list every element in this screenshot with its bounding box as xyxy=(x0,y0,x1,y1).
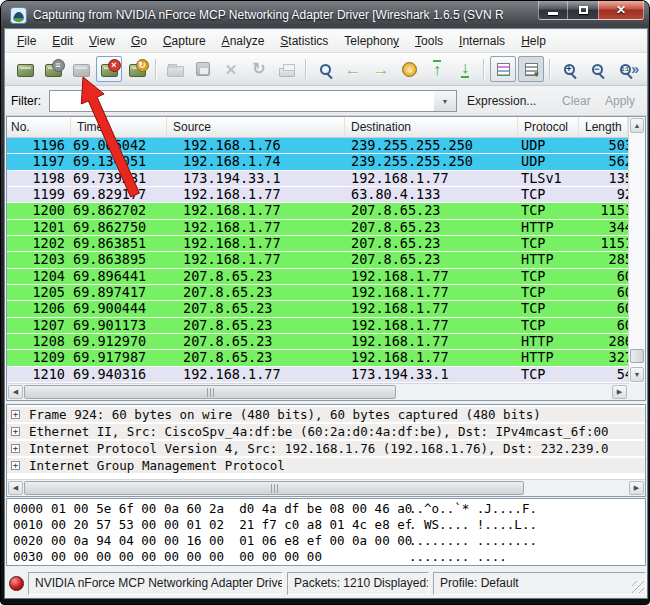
filter-input[interactable] xyxy=(49,90,435,112)
toolbar-button xyxy=(155,59,157,79)
maximize-icon xyxy=(579,6,588,14)
packet-row[interactable]: 1210 69.940316 192.168.1.77 173.194.33.1… xyxy=(7,367,628,383)
restart-capture-icon[interactable] xyxy=(124,56,150,82)
menu-tools[interactable]: Tools xyxy=(407,30,451,52)
menu-edit[interactable]: Edit xyxy=(44,30,81,52)
resize-grip[interactable] xyxy=(632,581,644,593)
print-icon[interactable] xyxy=(274,56,300,82)
packet-row[interactable]: 1207 69.901173 207.8.65.23 192.168.1.77 … xyxy=(7,318,628,334)
detail-row[interactable]: + Frame 924: 60 bytes on wire (480 bits)… xyxy=(7,407,645,422)
wireshark-window: Capturing from NVIDIA nForce MCP Network… xyxy=(0,0,650,605)
scroll-right-icon[interactable]: ▶ xyxy=(629,481,644,495)
capture-options-icon[interactable] xyxy=(40,56,66,82)
autoscroll-toggle-icon[interactable] xyxy=(518,56,544,82)
menu-go[interactable]: Go xyxy=(123,30,155,52)
colorize-toggle-icon[interactable] xyxy=(490,56,516,82)
go-forward-icon[interactable] xyxy=(368,56,394,82)
close-button[interactable]: ✕ xyxy=(598,1,644,20)
menu-file[interactable]: File xyxy=(9,30,44,52)
start-capture-icon[interactable] xyxy=(68,56,94,82)
col-header-protocol[interactable]: Protocol xyxy=(518,117,579,137)
packet-row[interactable]: 1197 69.134051 192.168.1.74 239.255.255.… xyxy=(7,154,628,170)
packet-row[interactable]: 1209 69.917987 207.8.65.23 192.168.1.77 … xyxy=(7,350,628,366)
hscroll-thumb[interactable] xyxy=(24,385,396,399)
packet-row[interactable]: 1202 69.863851 192.168.1.77 207.8.65.23 … xyxy=(7,236,628,252)
apply-button[interactable]: Apply xyxy=(605,94,635,108)
packet-row[interactable]: 1203 69.863895 192.168.1.77 207.8.65.23 … xyxy=(7,252,628,268)
scroll-right-icon[interactable]: ▶ xyxy=(612,385,627,399)
col-header-time[interactable]: Time xyxy=(71,117,167,137)
toolbar-button xyxy=(305,59,307,79)
detail-row[interactable]: + Internet Protocol Version 4, Src: 192.… xyxy=(7,441,645,456)
goto-packet-icon[interactable] xyxy=(396,56,422,82)
menu-analyze[interactable]: Analyze xyxy=(214,30,273,52)
minimize-button[interactable] xyxy=(538,1,568,20)
toolbar-button xyxy=(483,59,485,79)
packet-row[interactable]: 1205 69.897417 207.8.65.23 192.168.1.77 … xyxy=(7,285,628,301)
vscroll-thumb[interactable] xyxy=(630,349,644,363)
status-bar: NVIDIA nForce MCP Networking Adapter Dri… xyxy=(6,570,646,597)
expand-plus-icon[interactable]: + xyxy=(11,427,20,436)
details-hscrollbar[interactable]: ◀ ▶ xyxy=(7,479,645,496)
scroll-left-icon[interactable]: ◀ xyxy=(8,481,23,495)
scroll-left-icon[interactable]: ◀ xyxy=(8,385,23,399)
zoom-in-icon[interactable] xyxy=(556,56,582,82)
close-file-icon[interactable] xyxy=(218,56,244,82)
filter-label: Filter: xyxy=(11,94,41,108)
packet-row[interactable]: 1196 69.066042 192.168.1.76 239.255.255.… xyxy=(7,138,628,154)
zoom-100-icon[interactable] xyxy=(612,56,638,82)
expand-plus-icon[interactable]: + xyxy=(11,410,20,419)
menu-telephony[interactable]: Telephony xyxy=(336,30,407,52)
detail-rows: + Frame 924: 60 bytes on wire (480 bits)… xyxy=(7,407,645,475)
list-interfaces-icon[interactable] xyxy=(12,56,38,82)
clear-button[interactable]: Clear xyxy=(562,94,591,108)
menu-statistics[interactable]: Statistics xyxy=(272,30,336,52)
packet-row[interactable]: 1198 69.739231 173.194.33.1 192.168.1.77… xyxy=(7,171,628,187)
packet-row[interactable]: 1200 69.862702 192.168.1.77 207.8.65.23 … xyxy=(7,203,628,219)
packet-list-pane: No.TimeSourceDestinationProtocolLength 1… xyxy=(6,116,646,401)
go-back-icon[interactable] xyxy=(340,56,366,82)
col-header-length[interactable]: Length xyxy=(579,117,628,137)
zoom-out-icon[interactable] xyxy=(584,56,610,82)
menu-view[interactable]: View xyxy=(81,30,123,52)
packet-list-vscrollbar[interactable]: ▲ ▼ xyxy=(628,117,645,383)
title-bar[interactable]: Capturing from NVIDIA nForce MCP Network… xyxy=(1,1,649,29)
menu-help[interactable]: Help xyxy=(513,30,554,52)
detail-row[interactable]: + Ethernet II, Src: CiscoSpv_4a:df:be (6… xyxy=(7,424,645,439)
packet-details-pane: + Frame 924: 60 bytes on wire (480 bits)… xyxy=(6,404,646,497)
packet-list-header: No.TimeSourceDestinationProtocolLength xyxy=(7,117,628,138)
hex-row: 0000 01 00 5e 6f 00 0a 60 2a d0 4a df be… xyxy=(11,501,645,517)
menu-capture[interactable]: Capture xyxy=(155,30,214,52)
packet-list-hscrollbar[interactable]: ◀ ▶ xyxy=(7,383,628,400)
col-header-source[interactable]: Source xyxy=(167,117,345,137)
packet-row[interactable]: 1199 69.829177 192.168.1.77 63.80.4.133 … xyxy=(7,187,628,203)
chevron-down-icon: ▼ xyxy=(442,98,449,105)
hscroll-thumb[interactable] xyxy=(24,481,524,495)
menu-internals[interactable]: Internals xyxy=(451,30,513,52)
maximize-button[interactable] xyxy=(568,1,598,20)
go-top-icon[interactable] xyxy=(424,56,450,82)
packet-row[interactable]: 1201 69.862750 192.168.1.77 207.8.65.23 … xyxy=(7,220,628,236)
statusbar-packets: Packets: 1210 Displayed: xyxy=(287,572,429,595)
scroll-down-icon[interactable]: ▼ xyxy=(630,367,644,382)
expand-plus-icon[interactable]: + xyxy=(11,444,20,453)
reload-icon[interactable] xyxy=(246,56,272,82)
packet-row[interactable]: 1204 69.896441 207.8.65.23 192.168.1.77 … xyxy=(7,269,628,285)
go-bottom-icon[interactable] xyxy=(452,56,478,82)
filter-bar: Filter: ▼ Expression... Clear Apply xyxy=(5,86,647,116)
col-header-no[interactable]: No. xyxy=(7,117,71,137)
expert-info-led-icon[interactable] xyxy=(9,576,24,591)
filter-dropdown-button[interactable]: ▼ xyxy=(434,90,457,112)
stop-capture-icon[interactable] xyxy=(96,56,122,82)
packet-row[interactable]: 1206 69.900444 207.8.65.23 192.168.1.77 … xyxy=(7,301,628,317)
save-file-icon[interactable] xyxy=(190,56,216,82)
open-file-icon[interactable] xyxy=(162,56,188,82)
expand-plus-icon[interactable]: + xyxy=(11,461,20,470)
main-toolbar: » xyxy=(5,53,647,86)
expression-button[interactable]: Expression... xyxy=(467,94,536,108)
scroll-up-icon[interactable]: ▲ xyxy=(630,118,644,133)
col-header-destination[interactable]: Destination xyxy=(345,117,518,137)
detail-row[interactable]: + Internet Group Management Protocol xyxy=(7,458,645,473)
packet-row[interactable]: 1208 69.912970 207.8.65.23 192.168.1.77 … xyxy=(7,334,628,350)
find-packet-icon[interactable] xyxy=(312,56,338,82)
